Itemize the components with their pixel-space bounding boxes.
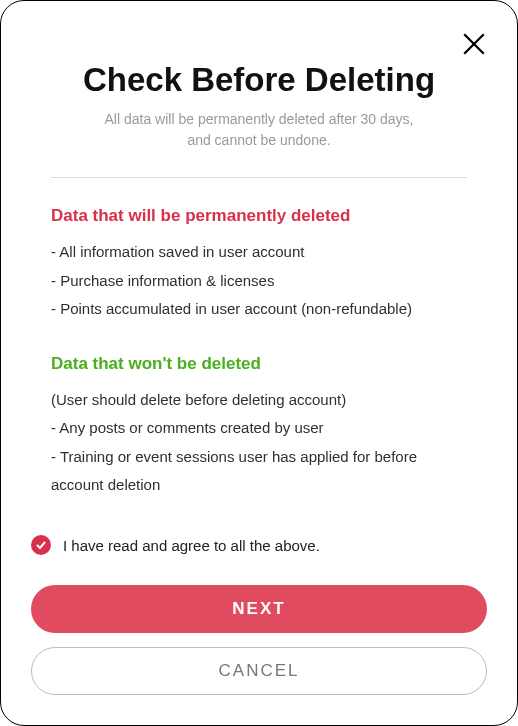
list-item: - Points accumulated in user account (no… (51, 295, 467, 324)
close-icon (461, 31, 487, 57)
bottom-actions: I have read and agree to all the above. … (31, 535, 487, 695)
deleted-heading: Data that will be permanently deleted (51, 206, 467, 226)
kept-heading: Data that won't be deleted (51, 354, 467, 374)
close-button[interactable] (461, 31, 487, 57)
list-item: - Any posts or comments created by user (51, 414, 467, 443)
list-item: - All information saved in user account (51, 238, 467, 267)
check-icon (35, 539, 47, 551)
deleted-list: - All information saved in user account … (51, 238, 467, 324)
agree-checkbox-row[interactable]: I have read and agree to all the above. (31, 535, 487, 555)
subtitle-line-1: All data will be permanently deleted aft… (105, 111, 414, 127)
list-item: - Purchase information & licenses (51, 267, 467, 296)
delete-account-modal: Check Before Deleting All data will be p… (0, 0, 518, 726)
list-item: - Training or event sessions user has ap… (51, 443, 467, 500)
modal-title: Check Before Deleting (31, 61, 487, 99)
modal-subtitle: All data will be permanently deleted aft… (31, 109, 487, 151)
list-item: (User should delete before deleting acco… (51, 386, 467, 415)
next-button[interactable]: NEXT (31, 585, 487, 633)
divider (51, 177, 467, 178)
agree-label: I have read and agree to all the above. (63, 537, 320, 554)
kept-list: (User should delete before deleting acco… (51, 386, 467, 500)
content-area: Data that will be permanently deleted - … (31, 206, 487, 500)
subtitle-line-2: and cannot be undone. (187, 132, 330, 148)
agree-checkbox[interactable] (31, 535, 51, 555)
cancel-button[interactable]: CANCEL (31, 647, 487, 695)
